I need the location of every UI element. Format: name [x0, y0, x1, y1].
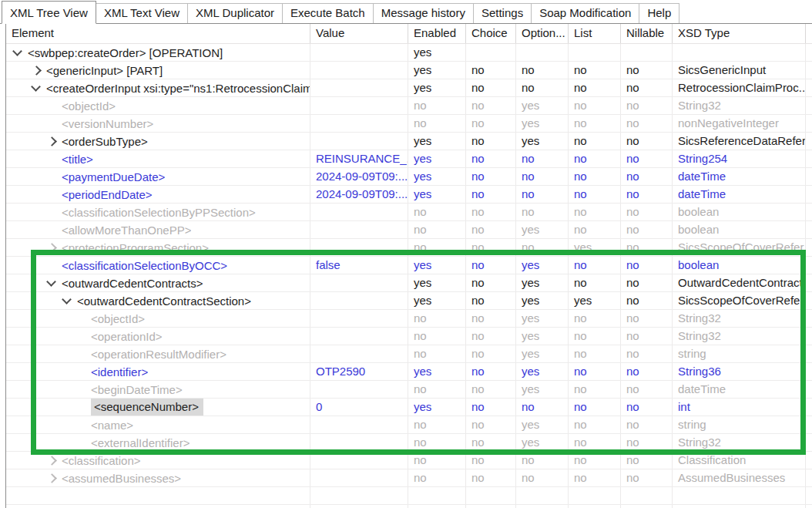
element-cell[interactable]: <name>: [6, 416, 310, 433]
chevron-right-icon[interactable]: [48, 452, 62, 469]
value-cell[interactable]: false: [310, 257, 408, 274]
tab-settings[interactable]: Settings: [473, 3, 532, 23]
element-cell[interactable]: <swbpep:createOrder> [OPERATION]: [6, 44, 310, 61]
value-cell[interactable]: 2024-09-09T09:...: [310, 186, 408, 203]
chevron-right-icon[interactable]: [48, 239, 62, 256]
tab-soap-modification[interactable]: Soap Modification: [531, 3, 639, 23]
element-cell[interactable]: <periodEndDate>: [6, 186, 310, 203]
value-cell[interactable]: [310, 115, 408, 132]
value-cell[interactable]: [310, 505, 408, 508]
value-cell[interactable]: [310, 452, 408, 469]
table-row[interactable]: <orderSubType>yesnoyesnonoSicsReferenceD…: [6, 133, 812, 150]
table-row[interactable]: <assumedBusinesses>nononononoAssumedBusi…: [6, 469, 812, 487]
element-cell[interactable]: <operationId>: [6, 328, 310, 345]
column-header-nillable[interactable]: Nillable: [621, 24, 673, 43]
value-cell[interactable]: [310, 434, 408, 451]
table-row[interactable]: <objectId>nonoyesnonoString32: [6, 97, 812, 115]
table-row[interactable]: <objectId>nonoyesnonoString32: [6, 310, 812, 328]
element-cell[interactable]: <createOrderInput xsi:type="ns1:Retroces…: [6, 79, 310, 96]
table-row[interactable]: <outwardCedentContracts>yesnoyesnonoOutw…: [6, 274, 812, 292]
element-cell[interactable]: <externalIdentifier>: [6, 434, 310, 451]
element-cell[interactable]: <classification>: [6, 452, 310, 469]
column-header-value[interactable]: Value: [310, 24, 408, 43]
table-row[interactable]: <classificationSelectionByOCC>falseyesno…: [6, 257, 812, 274]
value-cell[interactable]: [310, 292, 408, 309]
element-cell[interactable]: [6, 487, 310, 504]
element-cell[interactable]: <outwardCedentContracts>: [6, 274, 310, 291]
table-row[interactable]: <paymentDueDate>2024-09-09T09:...yesnono…: [6, 168, 812, 186]
value-cell[interactable]: [310, 469, 408, 486]
table-row[interactable]: <versionNumber>nonoyesnonononNegativeInt…: [6, 115, 812, 133]
value-cell[interactable]: OTP2590: [310, 363, 408, 380]
table-row[interactable]: <allowMoreThanOnePP>nonoyesnonoboolean: [6, 221, 812, 239]
value-cell[interactable]: [310, 381, 408, 398]
element-cell[interactable]: <assumedBusinesses>: [6, 469, 310, 486]
element-cell[interactable]: <identifier>: [6, 363, 310, 380]
element-cell[interactable]: <beginDateTime>: [6, 381, 310, 398]
element-cell[interactable]: <genericInput> [PART]: [6, 62, 310, 79]
element-cell[interactable]: <orderSubType>: [6, 133, 310, 150]
chevron-down-icon[interactable]: [14, 44, 28, 61]
column-header-optional[interactable]: Option...: [516, 24, 569, 43]
value-cell[interactable]: [310, 416, 408, 433]
tab-xml-text-view[interactable]: XML Text View: [96, 3, 188, 23]
value-cell[interactable]: 0: [310, 399, 408, 415]
chevron-down-icon[interactable]: [48, 274, 62, 291]
column-header-enabled[interactable]: Enabled: [408, 24, 466, 43]
column-header-element[interactable]: Element: [6, 24, 310, 43]
table-row[interactable]: [6, 487, 812, 505]
tab-xml-duplicator[interactable]: XML Duplicator: [187, 3, 283, 23]
table-row[interactable]: <operationId>nonoyesnonoString32: [6, 328, 812, 345]
element-cell[interactable]: <classificationSelectionByPPSection>: [6, 204, 310, 220]
element-cell[interactable]: <title>: [6, 150, 310, 167]
value-cell[interactable]: [310, 239, 408, 256]
table-row[interactable]: <periodEndDate>2024-09-09T09:...yesnonon…: [6, 186, 812, 204]
column-header-choice[interactable]: Choice: [466, 24, 516, 43]
table-row[interactable]: <identifier>OTP2590yesnoyesnonoString36: [6, 363, 812, 381]
chevron-right-icon[interactable]: [32, 62, 46, 79]
table-row[interactable]: <swbpep:createOrder> [OPERATION]yes: [6, 44, 812, 62]
element-cell[interactable]: <objectId>: [6, 310, 310, 327]
column-header-list[interactable]: List: [569, 24, 621, 43]
tab-message-history[interactable]: Message history: [373, 3, 474, 23]
tab-execute-batch[interactable]: Execute Batch: [282, 3, 374, 23]
chevron-down-icon[interactable]: [32, 79, 46, 96]
table-row[interactable]: <sequenceNumber>0yesnonononoint: [6, 399, 812, 416]
table-row[interactable]: <createOrderInput xsi:type="ns1:Retroces…: [6, 79, 812, 97]
chevron-down-icon[interactable]: [63, 292, 77, 309]
value-cell[interactable]: [310, 274, 408, 291]
table-row[interactable]: <outwardCedentContractSection>yesnoyesye…: [6, 292, 812, 310]
tab-xml-tree-view[interactable]: XML Tree View: [2, 1, 96, 24]
table-row[interactable]: <name>nonoyesnonostring: [6, 416, 812, 434]
element-cell[interactable]: <sequenceNumber>: [6, 399, 310, 415]
value-cell[interactable]: [310, 204, 408, 220]
table-row[interactable]: <protectionProgramSection>nononoyesnoSic…: [6, 239, 812, 257]
table-row[interactable]: <classification>nononononoClassification: [6, 452, 812, 469]
chevron-right-icon[interactable]: [48, 133, 62, 150]
element-cell[interactable]: <allowMoreThanOnePP>: [6, 221, 310, 238]
element-cell[interactable]: <classificationSelectionByOCC>: [6, 257, 310, 274]
table-row[interactable]: <operationResultModifier>nonoyesnonostri…: [6, 345, 812, 363]
value-cell[interactable]: [310, 345, 408, 362]
element-cell[interactable]: <versionNumber>: [6, 115, 310, 132]
element-cell[interactable]: <objectId>: [6, 97, 310, 114]
value-cell[interactable]: [310, 44, 408, 61]
element-cell[interactable]: <paymentDueDate>: [6, 168, 310, 185]
tab-help[interactable]: Help: [639, 3, 679, 23]
value-cell[interactable]: [310, 133, 408, 150]
value-cell[interactable]: [310, 97, 408, 114]
value-cell[interactable]: [310, 487, 408, 504]
element-cell[interactable]: <protectionProgramSection>: [6, 239, 310, 256]
element-cell[interactable]: [6, 505, 310, 508]
value-cell[interactable]: [310, 328, 408, 345]
table-row[interactable]: <externalIdentifier>nonoyesnonoString32: [6, 434, 812, 452]
value-cell[interactable]: [310, 79, 408, 96]
table-row[interactable]: <beginDateTime>nonoyesnonodateTime: [6, 381, 812, 399]
column-header-xsd-type[interactable]: XSD Type: [673, 24, 806, 43]
value-cell[interactable]: [310, 310, 408, 327]
table-row[interactable]: <title>REINSURANCE_...yesnonononoString2…: [6, 150, 812, 168]
value-cell[interactable]: [310, 62, 408, 79]
table-row[interactable]: [6, 505, 812, 508]
value-cell[interactable]: [310, 221, 408, 238]
chevron-right-icon[interactable]: [48, 469, 62, 486]
